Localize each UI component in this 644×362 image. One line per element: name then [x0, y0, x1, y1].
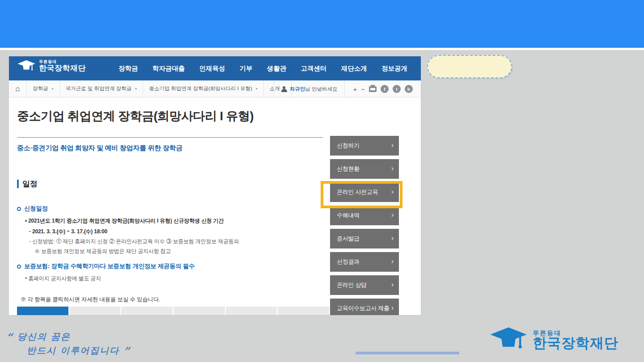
sidebar-item-certificate-issue[interactable]: 증서발급›	[330, 229, 399, 248]
page-tools: + − f t b	[344, 80, 421, 97]
breadcrumb-item-scholarship[interactable]: 장학금▾	[27, 80, 60, 97]
slogan-text: “ 당신의 꿈은 반드시 이루어집니다 ”	[6, 331, 131, 358]
user-name: 차규인	[290, 86, 305, 92]
bottom-tab[interactable]	[17, 307, 68, 315]
chevron-right-icon: ›	[391, 275, 394, 294]
bottom-tab[interactable]	[226, 307, 277, 315]
nav-item-scholarship[interactable]: 장학금	[119, 64, 138, 73]
empty-callout-shape	[427, 55, 512, 78]
footer-logo: 푸른등대 한국장학재단	[489, 327, 619, 353]
global-nav: 장학금 학자금대출 인재육성 기부 생활관 고객센터 재단소개 정보공개	[119, 56, 407, 80]
quick-menu-sidebar: 신청하기› 신청현황› 온라인 사전교육› 수혜내역› 증서발급› 선정결과› …	[330, 136, 399, 315]
graduation-cap-icon	[17, 59, 36, 73]
site-logo[interactable]: 푸른등대 한국장학재단	[17, 59, 86, 73]
circle-bullet-icon	[17, 265, 21, 269]
bottom-tab[interactable]	[174, 307, 225, 315]
home-icon[interactable]: ⌂	[9, 80, 27, 97]
sidebar-item-online-pre-education[interactable]: 온라인 사전교육›	[330, 182, 399, 202]
nav-item-talent[interactable]: 인재육성	[199, 64, 225, 73]
schedule-line: ※ 보증보험 개인정보 제공동의 방법은 재단 공지사항 참고	[34, 248, 171, 255]
chevron-down-icon: ▾	[52, 87, 54, 91]
sidebar-item-selection-result[interactable]: 선정결과›	[330, 252, 399, 272]
chevron-down-icon: ▾	[256, 87, 258, 91]
page-subtitle: 중소·중견기업 취업 희망자 및 예비 창업자를 위한 장학금	[17, 144, 182, 152]
breadcrumb-item-sme-scholarship[interactable]: 중소기업 취업연계 장학금(희망사다리 I 유형)▾	[143, 80, 264, 97]
site-header: 푸른등대 한국장학재단 장학금 학자금대출 인재육성 기부 생활관 고객센터 재…	[9, 56, 421, 80]
click-hint-footnote: ※ 각 항목을 클릭하시면 자세한 내용을 보실 수 있습니다.	[21, 296, 160, 303]
page-title: 중소기업 취업연계 장학금(희망사다리 I 유형)	[17, 108, 254, 124]
bottom-tab[interactable]	[69, 307, 121, 315]
sidebar-item-apply[interactable]: 신청하기›	[330, 136, 399, 156]
chevron-right-icon: ›	[391, 252, 394, 271]
schedule-line: • 2021년도 1학기 중소기업 취업연계 장학금(희망사다리 I 유형) 신…	[25, 217, 224, 225]
close-quote: ”	[123, 345, 131, 358]
chevron-down-icon: ▾	[135, 87, 137, 91]
nav-item-customer-center[interactable]: 고객센터	[301, 64, 327, 73]
twitter-icon[interactable]: t	[393, 85, 401, 93]
nav-item-about[interactable]: 재단소개	[341, 64, 367, 73]
schedule-line: - 2021. 3. 3.(수) ~ 3. 17.(수) 18:00	[29, 228, 107, 236]
section-title: 일정	[22, 179, 38, 189]
chevron-right-icon: ›	[391, 136, 394, 155]
insurance-note: • 홈페이지 공지사항에 별도 공지	[25, 275, 101, 282]
sidebar-item-online-counsel[interactable]: 온라인 상담›	[330, 275, 399, 295]
print-icon[interactable]	[369, 86, 377, 92]
presentation-slide: 푸른등대 한국장학재단 장학금 학자금대출 인재육성 기부 생활관 고객센터 재…	[0, 0, 644, 362]
nav-item-donation[interactable]: 기부	[240, 64, 253, 73]
breadcrumb-item-work-study[interactable]: 국가근로 및 취업연계 장학금▾	[60, 80, 144, 97]
footer-accent-bar	[356, 352, 459, 354]
nav-item-student-loan[interactable]: 학자금대출	[153, 64, 185, 73]
sidebar-item-application-status[interactable]: 신청현황›	[330, 159, 399, 179]
greeting-text: 님 안녕하세요	[305, 86, 337, 92]
user-icon	[281, 86, 287, 92]
schedule-section-header: 일정	[17, 179, 38, 189]
bottom-tab[interactable]	[121, 307, 173, 315]
application-schedule-heading: 신청일정	[17, 205, 48, 213]
circle-bullet-icon	[17, 207, 21, 211]
bottom-tab-strip	[17, 307, 329, 315]
graduation-cap-icon	[489, 327, 528, 353]
nav-item-dormitory[interactable]: 생활관	[267, 64, 287, 73]
chevron-right-icon: ›	[391, 159, 394, 178]
section-marker	[17, 180, 19, 188]
bottom-tab[interactable]	[278, 307, 329, 315]
font-smaller-button[interactable]: −	[361, 86, 365, 93]
logo-brand-large: 한국장학재단	[39, 64, 86, 72]
facebook-icon[interactable]: f	[381, 85, 389, 93]
title-divider	[17, 137, 323, 138]
sidebar-item-education-report[interactable]: 교육이수보고서 제출›	[330, 299, 399, 315]
chevron-right-icon: ›	[391, 206, 394, 224]
footer-brand-large: 한국장학재단	[533, 336, 619, 350]
website-screenshot: 푸른등대 한국장학재단 장학금 학자금대출 인재육성 기부 생활관 고객센터 재…	[9, 56, 421, 315]
open-quote: “	[6, 331, 13, 344]
sidebar-item-benefit-history[interactable]: 수혜내역›	[330, 206, 399, 225]
insurance-heading: 보증보험: 장학금 수혜학기마다 보증보험 개인정보 제공동의 필수	[17, 262, 195, 270]
chevron-right-icon: ›	[391, 229, 394, 248]
breadcrumb: ⌂ 장학금▾ 국가근로 및 취업연계 장학금▾ 중소기업 취업연계 장학금(희망…	[9, 80, 421, 97]
slide-top-banner	[0, 0, 644, 50]
chevron-right-icon: ›	[391, 299, 394, 315]
schedule-line: - 신청방법: ① 재단 홈페이지 신청 ② 온라인사전교육 이수 ③ 보증보험…	[29, 238, 239, 245]
font-larger-button[interactable]: +	[353, 86, 357, 93]
user-greeting: 차규인님 안녕하세요	[274, 80, 345, 97]
breadcrumb-right-tools: 차규인님 안녕하세요 + − f t b	[274, 80, 421, 97]
nav-item-disclosure[interactable]: 정보공개	[381, 64, 407, 73]
blog-icon[interactable]: b	[405, 85, 413, 93]
chevron-right-icon: ›	[391, 182, 394, 201]
